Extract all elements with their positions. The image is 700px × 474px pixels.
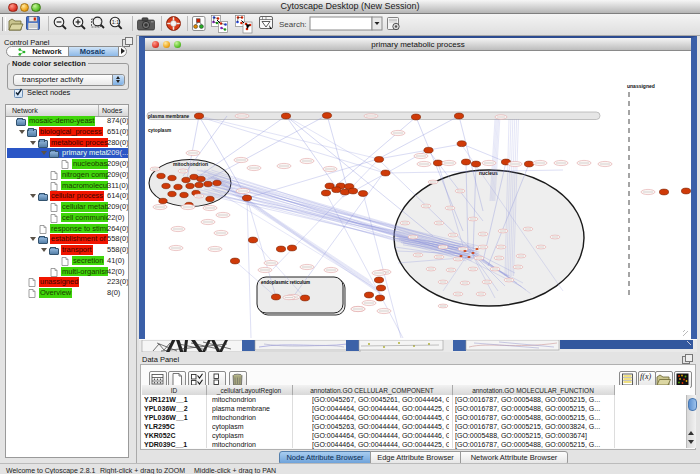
svg-text:1:1: 1:1	[112, 19, 120, 25]
svg-text:plasma membrane: plasma membrane	[148, 114, 190, 119]
svg-text:unassigned: unassigned	[627, 83, 655, 89]
svg-text:cytoplasm: cytoplasm	[148, 128, 171, 133]
svg-text:Search:: Search:	[279, 20, 307, 29]
